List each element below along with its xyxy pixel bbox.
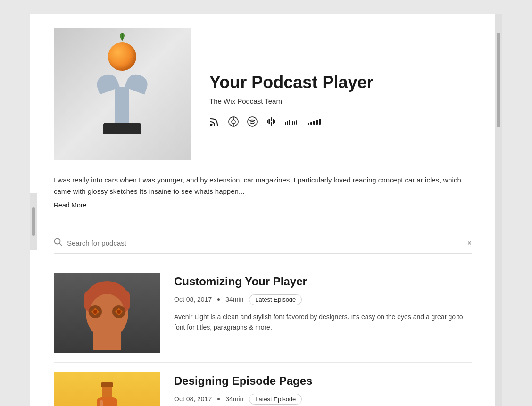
svg-rect-21 [310,122,312,125]
episode-image-2 [54,372,160,406]
svg-rect-20 [308,123,309,125]
svg-rect-22 [313,121,315,125]
episodes-list: Customizing Your Player Oct 08, 2017 34m… [54,263,472,406]
read-more-link[interactable]: Read More [54,201,86,209]
episode-title-1: Customizing Your Player [174,275,472,289]
podcast-title: Your Podcast Player [209,73,472,92]
close-icon[interactable]: × [467,239,472,248]
rss-icon[interactable] [209,116,220,130]
podcast-icons [209,116,472,130]
svg-rect-14 [287,121,288,125]
podcast-illustration [84,38,160,151]
episode-title-2: Designing Episode Pages [174,374,472,388]
svg-rect-39 [101,382,113,387]
episode-badge-2: Latest Episode [249,394,302,405]
hero-text: Your Podcast Player The Wix Podcast Team [209,28,472,160]
svg-rect-17 [292,121,293,125]
episode2-illustration [88,381,126,406]
episode-duration-2: 34min [225,395,243,403]
orange-fruit [108,42,136,71]
svg-rect-10 [274,120,276,123]
episode-content-2: Designing Episode Pages Oct 08, 2017 34m… [174,372,472,406]
svg-rect-16 [291,119,291,125]
svg-point-37 [117,310,121,314]
hero-image [54,28,191,160]
episode-meta-1: Oct 08, 2017 34min Latest Episode [174,294,472,305]
svg-rect-18 [294,121,295,125]
svg-rect-15 [289,120,290,125]
orange-leaf-svg [117,32,127,41]
episode-img-placeholder-2 [54,372,160,406]
search-icon [54,238,62,249]
y-base [103,123,141,134]
svg-rect-8 [271,122,272,126]
episode-description-1: Avenir Light is a clean and stylish font… [174,312,472,333]
episode-meta-2: Oct 08, 2017 34min Latest Episode [174,394,472,405]
description-text: I was really into cars when I was younge… [54,174,472,197]
svg-rect-12 [273,119,274,124]
svg-point-35 [93,310,97,314]
y-shape [94,71,150,123]
svg-point-1 [210,124,213,126]
hero-image-placeholder [54,28,191,160]
episode-date-2: Oct 08, 2017 [174,395,212,403]
svg-rect-23 [316,120,318,125]
search-input[interactable] [67,239,467,247]
episode-content-1: Customizing Your Player Oct 08, 2017 34m… [174,273,472,333]
deezer-icon[interactable] [308,116,322,130]
svg-rect-9 [267,120,268,123]
apple-podcasts-icon[interactable] [228,116,239,130]
main-content: Your Podcast Player The Wix Podcast Team [30,14,495,406]
svg-rect-13 [285,122,286,125]
svg-line-26 [59,243,62,246]
episode-item-1: Customizing Your Player Oct 08, 2017 34m… [54,263,472,363]
episode-dot-2 [217,398,220,400]
svg-rect-24 [319,119,321,125]
podcast-author: The Wix Podcast Team [209,97,472,105]
spotify-icon[interactable] [247,116,258,130]
hero-section: Your Podcast Player The Wix Podcast Team [54,28,472,160]
svg-rect-11 [269,119,270,124]
episode-duration-1: 34min [225,296,243,303]
episode-dot-1 [217,298,220,301]
svg-rect-41 [100,400,103,406]
soundcloud-icon[interactable] [285,116,299,130]
svg-rect-19 [296,120,297,125]
left-scrollbar[interactable] [30,193,37,250]
google-podcasts-icon[interactable] [266,116,276,130]
episode-date-1: Oct 08, 2017 [174,296,212,303]
description-section: I was really into cars when I was younge… [54,174,472,219]
episode-item-2: Designing Episode Pages Oct 08, 2017 34m… [54,363,472,406]
episode-badge-1: Latest Episode [249,294,302,305]
search-bar: × [54,233,472,254]
page-container: Your Podcast Player The Wix Podcast Team [30,14,502,406]
episode1-illustration [69,275,145,350]
right-scrollbar[interactable] [495,14,502,406]
episode-image-1 [54,273,160,353]
svg-rect-7 [271,117,272,121]
svg-point-3 [232,120,235,124]
episode-img-placeholder-1 [54,273,160,353]
